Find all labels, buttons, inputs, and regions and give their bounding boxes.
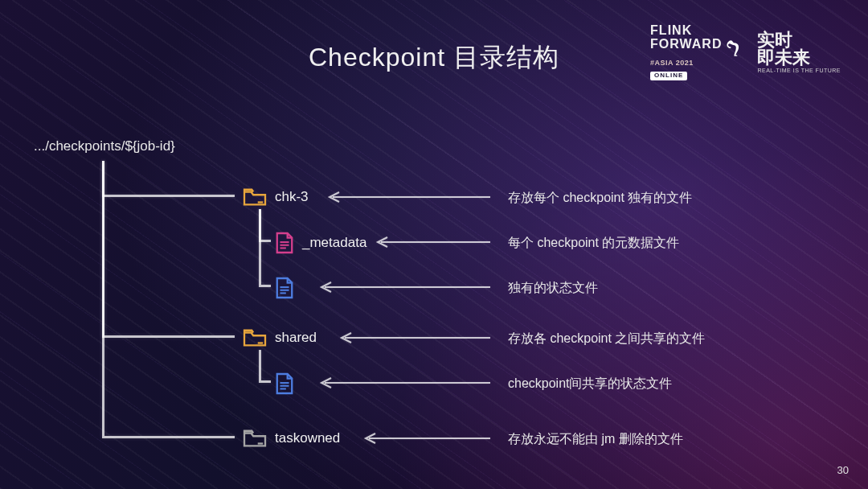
item-state1 — [275, 277, 294, 299]
desc-taskowned: 存放永远不能由 jm 删除的文件 — [508, 431, 683, 448]
branch-shared-state2 — [259, 350, 271, 383]
tree: chk-3 _metadata shared — [34, 161, 837, 450]
arrow-taskowned — [359, 432, 492, 445]
branch-root-taskowned — [102, 161, 235, 438]
label-chk: chk-3 — [275, 189, 309, 205]
folder-icon — [243, 428, 267, 449]
item-taskowned: taskowned — [243, 428, 340, 449]
folder-icon — [243, 327, 267, 348]
desc-state2: checkpoint间共享的状态文件 — [508, 376, 673, 392]
desc-state1: 独有的状态文件 — [508, 280, 598, 297]
arrow-chk — [323, 191, 492, 203]
item-state2 — [275, 372, 294, 395]
item-shared: shared — [243, 327, 317, 348]
label-taskowned: taskowned — [275, 430, 340, 446]
page-number: 30 — [837, 464, 849, 476]
label-metadata: _metadata — [302, 235, 366, 251]
brand-line1: FLINK — [650, 24, 746, 38]
label-shared: shared — [275, 330, 317, 346]
item-chk: chk-3 — [243, 187, 309, 208]
file-icon — [275, 277, 294, 299]
desc-shared: 存放各 checkpoint 之间共享的文件 — [508, 331, 705, 347]
desc-chk: 存放每个 checkpoint 独有的文件 — [508, 190, 692, 207]
arrow-metadata — [371, 236, 492, 249]
file-icon — [275, 372, 294, 395]
branch-chk-state1 — [259, 209, 271, 287]
arrow-shared — [335, 331, 492, 344]
desc-metadata: 每个 checkpoint 的元数据文件 — [508, 235, 679, 252]
item-metadata: _metadata — [275, 232, 366, 254]
root-path: .../checkpoints/${job-id} — [34, 138, 175, 154]
file-icon — [275, 232, 294, 254]
folder-icon — [243, 187, 267, 208]
arrow-state2 — [315, 376, 492, 389]
slide-title: Checkpoint 目录结构 — [0, 40, 868, 76]
arrow-state1 — [315, 281, 492, 294]
